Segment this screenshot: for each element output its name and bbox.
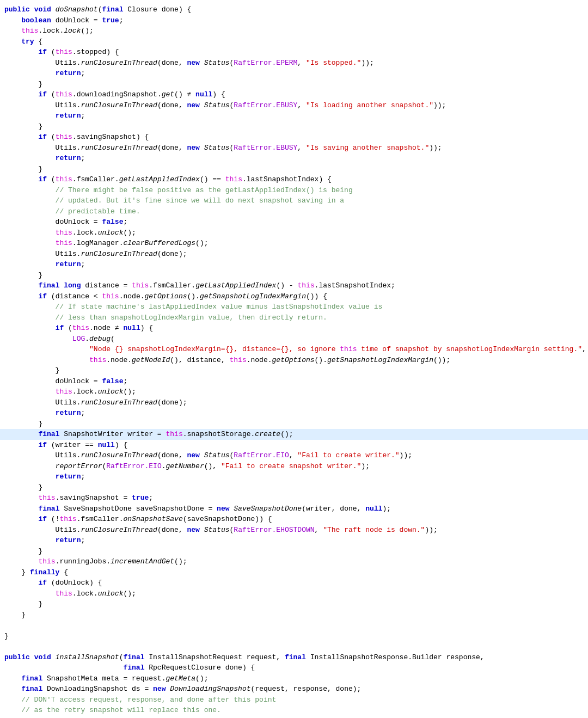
code-line: // as the retry snapshot will replace th…: [0, 705, 588, 716]
code-line: Utils.runClosureInThread(done, new Statu…: [0, 100, 588, 111]
code-line: }: [0, 365, 588, 376]
code-line: if (distance < this.node.getOptions().ge…: [0, 291, 588, 302]
code-line: }: [0, 121, 588, 132]
code-line: Utils.runClosureInThread(done, new Statu…: [0, 525, 588, 536]
code-line: final SaveSnapshotDone saveSnapshotDone …: [0, 504, 588, 514]
code-line: }: [0, 482, 588, 493]
code-line: Utils.runClosureInThread(done, new Statu…: [0, 58, 588, 69]
code-line: }: [0, 419, 588, 429]
code-line: } finally {: [0, 567, 588, 578]
code-line: // DON'T access request, response, and d…: [0, 695, 588, 705]
code-line: // If state machine's lastAppliedIndex v…: [0, 302, 588, 312]
code-line: if (!registerDownloadingSnapshot(ds)) {: [0, 716, 588, 719]
code-line: }: [0, 79, 588, 90]
code-line: if (this.node ≠ null) {: [0, 323, 588, 334]
code-line: "Node {} snapshotLogIndexMargin={}, dist…: [0, 344, 588, 355]
code-line: final RpcRequestClosure done) {: [0, 662, 588, 673]
code-line: if (writer == null) {: [0, 440, 588, 451]
code-line: try {: [0, 36, 588, 47]
code-line: }: [0, 546, 588, 557]
code-line: return;: [0, 111, 588, 121]
code-line: final SnapshotMeta meta = request.getMet…: [0, 673, 588, 684]
code-line: if (this.downloadingSnapshot.get() ≠ nul…: [0, 89, 588, 100]
code-line: doUnlock = false;: [0, 376, 588, 387]
code-line: return;: [0, 153, 588, 164]
code-line: public void installSnapshot(final Instal…: [0, 652, 588, 663]
code-line: this.lock.unlock();: [0, 588, 588, 599]
code-line: LOG.debug(: [0, 334, 588, 345]
code-line: reportError(RaftError.EIO.getNumber(), "…: [0, 461, 588, 472]
code-line: // updated. But it's fine since we will …: [0, 195, 588, 206]
code-line: return;: [0, 408, 588, 419]
code-line: if (this.fsmCaller.getLastAppliedIndex()…: [0, 174, 588, 185]
code-line: doUnlock = false;: [0, 217, 588, 228]
code-line: Utils.runClosureInThread(done, new Statu…: [0, 143, 588, 154]
code-line: return;: [0, 471, 588, 482]
code-line: Utils.runClosureInThread(done);: [0, 249, 588, 260]
code-line: return;: [0, 259, 588, 270]
code-line: this.lock.unlock();: [0, 228, 588, 238]
code-viewer: public void doSnapshot(final Closure don…: [0, 4, 588, 718]
code-line: this.logManager.clearBufferedLogs();: [0, 238, 588, 249]
code-line: }: [0, 164, 588, 175]
code-block: public void doSnapshot(final Closure don…: [0, 4, 588, 718]
code-line: if (this.savingSnapshot) {: [0, 132, 588, 143]
code-line: this.node.getNodeId(), distance, this.no…: [0, 355, 588, 366]
code-line: // predictable time.: [0, 206, 588, 217]
code-line: [0, 620, 588, 631]
code-line: if (doUnlock) {: [0, 578, 588, 588]
code-line: this.lock.lock();: [0, 26, 588, 36]
code-line: // less than snapshotLogIndexMargin valu…: [0, 312, 588, 323]
code-line: final SnapshotWriter writer = this.snaps…: [0, 429, 588, 440]
code-line: final long distance = this.fsmCaller.get…: [0, 280, 588, 291]
code-line: [0, 641, 588, 652]
code-line: if (this.stopped) {: [0, 47, 588, 58]
code-line: }: [0, 631, 588, 642]
code-line: return;: [0, 535, 588, 546]
code-line: // There might be false positive as the …: [0, 185, 588, 196]
code-line: }: [0, 270, 588, 281]
code-line: this.runningJobs.incrementAndGet();: [0, 556, 588, 567]
code-line: boolean doUnlock = true;: [0, 15, 588, 26]
code-line: this.lock.unlock();: [0, 386, 588, 397]
code-line: return;: [0, 68, 588, 79]
code-line: }: [0, 599, 588, 610]
code-line: Utils.runClosureInThread(done, new Statu…: [0, 450, 588, 461]
code-line: }: [0, 610, 588, 621]
code-line: Utils.runClosureInThread(done);: [0, 397, 588, 408]
code-line: this.savingSnapshot = true;: [0, 493, 588, 504]
code-line: public void doSnapshot(final Closure don…: [0, 4, 588, 15]
code-line: if (!this.fsmCaller.onSnapshotSave(saveS…: [0, 514, 588, 525]
code-line: final DownloadingSnapshot ds = new Downl…: [0, 684, 588, 695]
